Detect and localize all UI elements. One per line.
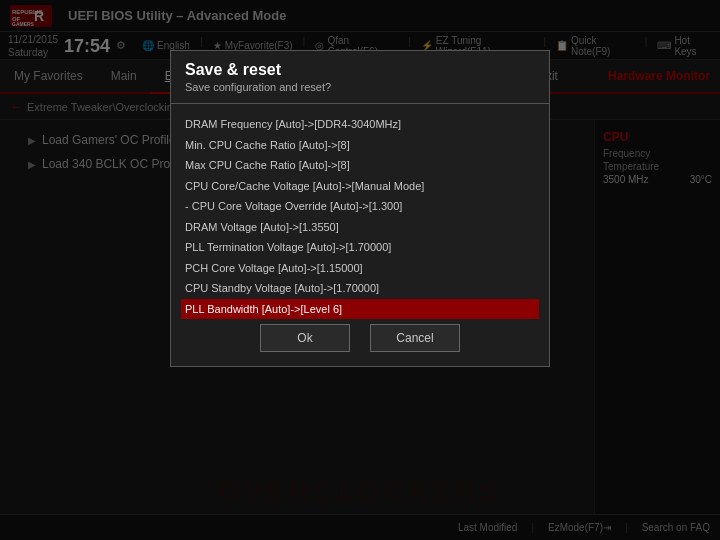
- modal-body: DRAM Frequency [Auto]->[DDR4-3040MHz] Mi…: [171, 110, 549, 310]
- modal-item-2: Max CPU Cache Ratio [Auto]->[8]: [185, 155, 535, 176]
- modal-item-4: - CPU Core Voltage Override [Auto]->[1.3…: [185, 196, 535, 217]
- modal-item-5: DRAM Voltage [Auto]->[1.3550]: [185, 217, 535, 238]
- modal-subtitle: Save configuration and reset?: [185, 81, 535, 93]
- modal-overlay: Save & reset Save configuration and rese…: [0, 0, 720, 540]
- modal-item-7: PCH Core Voltage [Auto]->[1.15000]: [185, 258, 535, 279]
- modal-item-0: DRAM Frequency [Auto]->[DDR4-3040MHz]: [185, 114, 535, 135]
- modal-item-3: CPU Core/Cache Voltage [Auto]->[Manual M…: [185, 176, 535, 197]
- modal-item-8: CPU Standby Voltage [Auto]->[1.70000]: [185, 278, 535, 299]
- modal-header: Save & reset Save configuration and rese…: [171, 51, 549, 97]
- modal-item-6: PLL Termination Voltage [Auto]->[1.70000…: [185, 237, 535, 258]
- modal-list: DRAM Frequency [Auto]->[DDR4-3040MHz] Mi…: [185, 114, 535, 319]
- modal-item-9: PLL Bandwidth [Auto]->[Level 6]: [181, 299, 539, 320]
- save-reset-modal: Save & reset Save configuration and rese…: [170, 50, 550, 367]
- modal-item-1: Min. CPU Cache Ratio [Auto]->[8]: [185, 135, 535, 156]
- modal-cancel-button[interactable]: Cancel: [370, 324, 460, 352]
- modal-title: Save & reset: [185, 61, 535, 79]
- modal-divider: [171, 103, 549, 104]
- modal-ok-button[interactable]: Ok: [260, 324, 350, 352]
